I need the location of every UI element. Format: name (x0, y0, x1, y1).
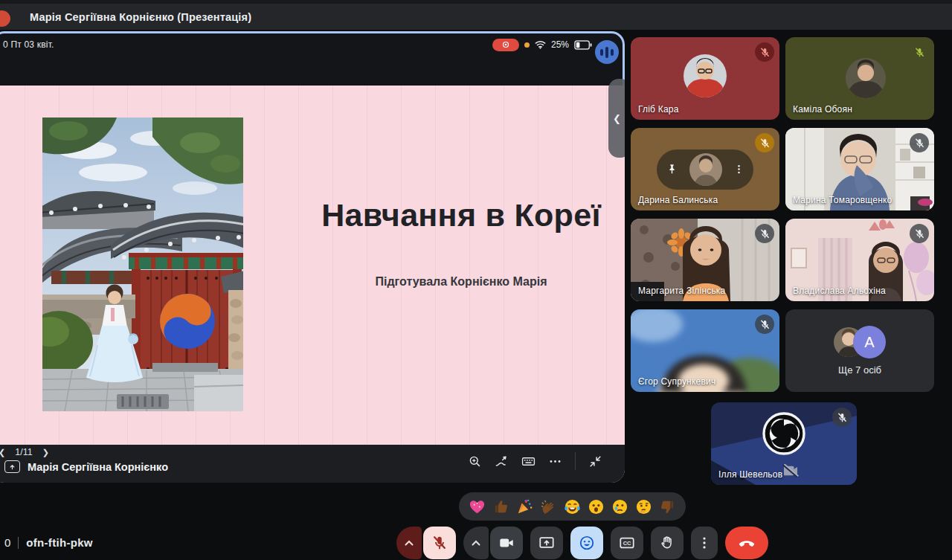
side-panel-toggle[interactable]: ❮ (608, 79, 625, 158)
camera-off-icon (782, 464, 799, 477)
wifi-icon (535, 40, 546, 49)
participant-tile[interactable]: Гліб Кара (631, 37, 779, 120)
participants-grid: Гліб Кара Каміла Обоян (631, 37, 934, 392)
call-controls: CC (396, 527, 768, 559)
overflow-participants-tile[interactable]: A Ще 7 осіб (785, 309, 934, 392)
participant-tile[interactable]: Владислава Альохіна (785, 219, 934, 301)
participant-name: Ілля Шевельов (718, 469, 782, 480)
presentation-slide: Навчання в Кореї Підготувала Корнієнко М… (0, 86, 625, 445)
chevron-left-icon: ❮ (613, 113, 621, 124)
next-slide-button[interactable]: ❯ (42, 448, 49, 457)
participant-tile[interactable]: Ілля Шевельов (711, 402, 857, 485)
camera-toggle-button[interactable] (490, 527, 523, 559)
participant-name: Владислава Альохіна (793, 286, 886, 296)
screen-record-pill-icon[interactable] (492, 39, 519, 51)
menu-bar-datetime: 0 Пт 03 квіт. (3, 39, 54, 50)
status-dot-icon (524, 42, 530, 48)
reaction-party-popper[interactable] (516, 498, 533, 515)
reactions-button[interactable] (570, 527, 603, 559)
reaction-thumbs-up[interactable] (492, 498, 509, 515)
more-options-button[interactable] (691, 527, 718, 559)
presentation-title: Марія Сергіївна Корнієнко (Презентація) (30, 11, 251, 23)
raise-hand-button[interactable] (651, 527, 684, 559)
meeting-code: ofn-ftih-pkw (26, 536, 92, 549)
camera-control-group (463, 527, 523, 559)
mic-muted-icon (755, 42, 774, 62)
participant-tile[interactable]: Каміла Обоян (785, 37, 934, 120)
participant-name: Єгор Супрункевич (638, 376, 715, 387)
meet-top-bar: Марія Сергіївна Корнієнко (Презентація) (0, 0, 952, 30)
zoom-in-icon[interactable] (468, 454, 482, 469)
slide-title: Навчання в Кореї (315, 197, 607, 234)
mic-muted-icon (910, 224, 929, 243)
participant-name: Гліб Кара (638, 104, 679, 115)
reaction-thinking-face[interactable] (635, 498, 652, 515)
microphone-control-group (396, 527, 456, 559)
end-call-button[interactable] (725, 527, 768, 559)
divider (18, 537, 19, 549)
slide-page-indicator: 1/11 (15, 447, 32, 457)
camera-options-button[interactable] (463, 527, 489, 559)
reaction-crying-face[interactable] (611, 498, 628, 515)
mic-muted-icon (755, 315, 774, 334)
mic-muted-icon (910, 133, 929, 152)
mic-muted-icon (832, 408, 852, 427)
mic-muted-icon (755, 224, 774, 243)
tile-hover-controls (657, 149, 753, 190)
mic-muted-icon (755, 133, 774, 152)
battery-percent: 25% (551, 39, 569, 50)
overflow-avatars: A (834, 326, 886, 358)
slide-photo-hanbok-korean-gate (42, 118, 243, 411)
participant-tile[interactable]: Маргарита Зілінська (631, 219, 779, 301)
participant-name: Маргарита Зілінська (638, 286, 725, 296)
reaction-clapping-hands[interactable] (540, 498, 557, 515)
exit-fullscreen-icon[interactable] (588, 454, 602, 469)
previous-slide-button[interactable]: ❮ (0, 448, 5, 457)
slide-subtitle: Підготувала Корнієнко Марія (315, 275, 607, 289)
participant-tile[interactable]: Дарина Балинська (631, 128, 779, 210)
meeting-info: 0 ofn-ftih-pkw (4, 536, 93, 549)
tile-more-options-icon[interactable] (733, 164, 744, 175)
reaction-sparkling-heart[interactable] (469, 498, 486, 515)
presentation-toolbar: ❮ 1/11 ❯ Марія Сергіївна Корнієнко (0, 445, 625, 483)
participant-name: Марина Томаровщенко (793, 195, 892, 205)
present-screen-button[interactable] (530, 527, 563, 559)
captions-button[interactable]: CC (611, 527, 643, 559)
recording-indicator-icon (0, 10, 10, 27)
battery-icon (574, 40, 592, 50)
keyboard-icon[interactable] (521, 454, 536, 469)
laser-pointer-icon[interactable] (495, 454, 509, 469)
participant-tile[interactable]: Марина Томаровщенко (785, 128, 934, 210)
reaction-thumbs-down[interactable] (659, 498, 676, 515)
participant-tile[interactable]: Єгор Супрункевич (631, 309, 779, 392)
mic-mute-toggle-button[interactable] (423, 527, 456, 559)
overflow-count-label: Ще 7 осіб (838, 364, 881, 376)
reaction-joy-face[interactable] (564, 498, 581, 515)
toolbar-divider (575, 452, 576, 470)
participant-name: Каміла Обоян (793, 104, 852, 115)
more-options-icon[interactable] (548, 454, 562, 469)
pin-icon[interactable] (666, 163, 678, 176)
obs-logo-icon (764, 413, 804, 454)
reaction-surprised-face[interactable] (588, 498, 605, 515)
avatar (689, 153, 722, 186)
mic-muted-icon (910, 42, 929, 62)
shared-screen-tile[interactable]: 0 Пт 03 квіт. 25% (0, 31, 625, 483)
clock-text: 0 (4, 536, 10, 549)
mic-options-button[interactable] (396, 527, 422, 559)
participant-name: Дарина Балинська (638, 195, 718, 205)
macos-menu-bar: 0 Пт 03 квіт. 25% (0, 36, 625, 54)
presenting-icon (4, 460, 20, 473)
reactions-bar (459, 492, 686, 521)
avatar-initial: A (853, 326, 886, 358)
presentation-audio-indicator-icon (595, 40, 619, 64)
captions-glyph: CC (623, 540, 631, 547)
presenter-name: Марія Сергіївна Корнієнко (28, 461, 168, 473)
